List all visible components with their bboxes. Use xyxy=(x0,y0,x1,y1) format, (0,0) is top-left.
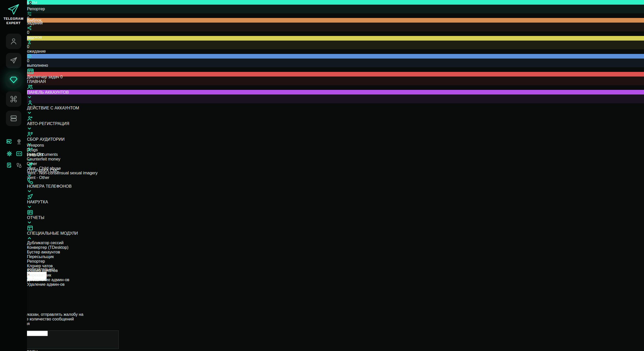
submenu-converter[interactable]: Конвертер (TDesktop) xyxy=(27,245,108,250)
telegram-logo-icon xyxy=(6,3,21,16)
nav-auto-registration[interactable]: АВТО-РЕГИСТРАЦИЯ xyxy=(27,115,108,131)
task-count-badge: 0 xyxy=(60,75,63,79)
submenu-session-duplicator[interactable]: Дубликатор сессий xyxy=(27,241,108,245)
brand-logo: TELEGRAM EXPERT xyxy=(0,3,27,25)
database-icon xyxy=(10,115,17,122)
task-manager-label: Диспетчер задач xyxy=(27,75,59,79)
check-circle-icon xyxy=(27,54,108,59)
command-icon xyxy=(10,95,17,103)
stat-value: 0 xyxy=(27,44,108,49)
people-icon xyxy=(27,84,33,90)
person-icon xyxy=(27,0,34,7)
settings-gear-button[interactable] xyxy=(6,150,12,157)
gear-icon xyxy=(6,150,13,157)
chevron-down-icon xyxy=(27,95,32,100)
submenu-interceptor[interactable]: Перехватчик xyxy=(27,273,108,278)
paper-plane-plus-icon xyxy=(27,194,33,200)
stat-threads: 0 потоков xyxy=(27,25,108,40)
section-label: ГЛАВНАЯ xyxy=(27,79,108,84)
stat-value: 0 xyxy=(27,59,108,63)
stat-value: 0 xyxy=(27,16,108,21)
chevron-down-icon xyxy=(27,220,32,225)
submenu-add-admins[interactable]: Добавление админ-ов xyxy=(27,278,108,282)
chevron-up-icon xyxy=(27,236,32,241)
icon-rail: TELEGRAM EXPERT xyxy=(0,0,27,351)
paper-plane-icon xyxy=(10,57,17,64)
nav-phone-numbers[interactable]: НОМЕРА ТЕЛЕФОНОВ xyxy=(27,178,108,194)
person-icon xyxy=(27,100,33,106)
stat-done: 0 выполнено xyxy=(27,54,108,68)
server-check-icon xyxy=(6,139,12,145)
brand-line1: TELEGRAM xyxy=(0,16,27,21)
submenu-chat-cloner[interactable]: Клонер чатов xyxy=(27,264,108,268)
nav-special-modules[interactable]: СПЕЦИАЛЬНЫЕ МОДУЛИ xyxy=(27,225,108,241)
share-network-icon xyxy=(27,25,108,30)
submenu-reporter[interactable]: Репортер xyxy=(27,259,108,264)
person-list-icon xyxy=(27,147,33,153)
person-list-icon xyxy=(27,131,33,137)
webcam-button[interactable] xyxy=(16,139,22,145)
phone-icon xyxy=(27,178,33,184)
swap-button[interactable] xyxy=(16,162,22,168)
server-check-button[interactable] xyxy=(6,139,12,145)
code-window-icon xyxy=(16,150,22,157)
rail-premium-button[interactable] xyxy=(6,72,21,88)
submenu-account-booster[interactable]: Бустер аккаунтов xyxy=(27,250,108,254)
stat-waiting: 0 ожидание xyxy=(27,40,108,54)
diamond-icon xyxy=(10,76,18,84)
rail-accounts-button[interactable] xyxy=(6,34,21,49)
nav-audience-parser[interactable]: СБОР АУДИТОРИИ xyxy=(27,131,108,147)
stat-value: 0 xyxy=(27,30,108,35)
rail-sender-button[interactable] xyxy=(6,53,21,68)
swap-icon xyxy=(16,162,22,168)
task-manager-button[interactable]: Диспетчер задач 0 xyxy=(27,68,108,79)
nav-boosting[interactable]: НАКРУТКА xyxy=(27,194,108,209)
reporter-app-icon xyxy=(27,0,108,7)
nav-account-action[interactable]: ДЕЙСТВИЕ С АККАУНТОМ xyxy=(27,100,108,115)
person-icon xyxy=(10,37,17,45)
chevron-down-icon xyxy=(27,110,32,115)
chevron-down-icon xyxy=(27,126,32,131)
nav-sms-sending[interactable]: ОТПРАВКА СМС xyxy=(27,162,108,178)
brand-line2: EXPERT xyxy=(0,21,27,25)
rail-database-button[interactable] xyxy=(6,111,21,126)
nav-reports[interactable]: ОТЧЕТЫ xyxy=(27,209,108,225)
stat-label: заданий xyxy=(27,21,108,25)
paper-plane-icon xyxy=(27,162,33,168)
page-title: Репортер xyxy=(27,7,108,11)
nav-sidebar: Репортер 0 заданий 0 потоков xyxy=(27,0,108,351)
task-window-icon xyxy=(27,68,34,75)
stat-label: потоков xyxy=(27,35,108,40)
chevron-down-icon xyxy=(27,204,32,209)
chevron-down-icon xyxy=(27,173,32,178)
submenu-channel-cloner[interactable]: Клонер каналов xyxy=(27,268,108,273)
doc-check-button[interactable] xyxy=(6,162,12,168)
hourglass-icon xyxy=(27,40,108,44)
chevron-down-icon xyxy=(27,142,32,147)
submenu-remove-admins[interactable]: Удаление админ-ов xyxy=(27,282,108,287)
rail-modules-button[interactable] xyxy=(6,91,21,107)
person-plus-icon xyxy=(27,115,33,121)
webcam-icon xyxy=(16,139,22,145)
nav-invite[interactable]: ИНВАЙТ xyxy=(27,147,108,162)
stat-label: выполнено xyxy=(27,63,108,68)
stat-label: ожидание xyxy=(27,49,108,54)
modules-grid-icon xyxy=(27,225,33,231)
nav-accounts-panel[interactable]: ПАНЕЛЬ АККАУНТОВ xyxy=(27,84,108,100)
chevron-down-icon xyxy=(27,189,32,194)
code-window-button[interactable] xyxy=(16,150,22,157)
stat-tasks: 0 заданий xyxy=(27,11,108,25)
app-window: TELEGRAM EXPERT xyxy=(0,0,644,351)
chevron-down-icon xyxy=(27,157,32,162)
document-check-icon xyxy=(6,162,12,168)
submenu-forwarder[interactable]: Пересыльщик xyxy=(27,254,108,259)
newspaper-icon xyxy=(27,209,33,215)
checklist-icon xyxy=(27,11,108,16)
